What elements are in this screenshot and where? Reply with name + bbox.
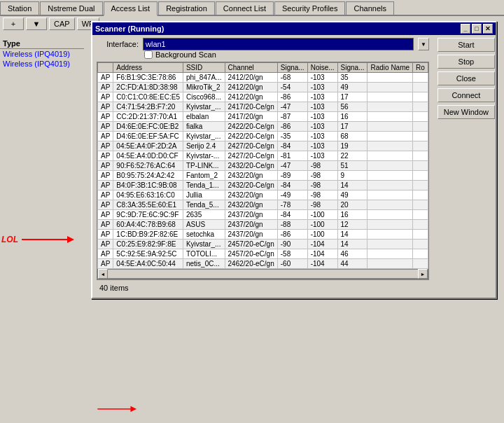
table-cell: -86 [277, 122, 307, 132]
table-cell [413, 73, 428, 83]
table-cell: -103 [307, 83, 337, 92]
scroll-right-button[interactable]: ► [418, 269, 428, 279]
table-cell: -60 [277, 259, 307, 269]
col-type[interactable] [98, 63, 113, 73]
col-signal[interactable]: Signa... [277, 63, 307, 73]
table-cell [368, 240, 413, 249]
close-button[interactable]: ✕ [483, 24, 493, 34]
table-cell: -47 [277, 161, 307, 171]
col-signal2[interactable]: Signa... [337, 63, 368, 73]
horizontal-scrollbar[interactable]: ◄ ► [97, 269, 428, 279]
tab-station[interactable]: Station [0, 1, 39, 15]
col-ssid[interactable]: SSID [183, 63, 225, 73]
table-row[interactable]: APC0:25:E9:82:9F:8EKyivstar_...2457/20-e… [98, 240, 428, 249]
stop-button[interactable]: Stop [438, 55, 495, 69]
table-cell: C8:3A:35:5E:60:E1 [113, 200, 183, 210]
table-row[interactable]: APD4:6E:0E:FC:0E:B2fialka2422/20-Ce/gn-8… [98, 122, 428, 132]
table-row[interactable]: APC8:3A:35:5E:60:E1Tenda_5...2432/20/gn-… [98, 200, 428, 210]
background-scan-row: Background Scan [97, 50, 429, 59]
dialog-right: Start Stop Close Connect New Window [433, 35, 496, 298]
table-cell [368, 171, 413, 181]
tab-security-profiles[interactable]: Security Profiles [274, 1, 345, 15]
col-address[interactable]: Address [113, 63, 183, 73]
table-row[interactable]: AP90:F6:52:76:AC:64TP-LINK...2432/20-Ce/… [98, 161, 428, 171]
table-row[interactable]: AP2C:FD:A1:8D:38:98MikroTik_22412/20/gn-… [98, 83, 428, 92]
tab-access-list[interactable]: Access List [104, 1, 158, 16]
table-row[interactable]: AP04:5E:A4:0F:2D:2ASerijo 2.42427/20-Ce/… [98, 141, 428, 151]
filter-button[interactable]: ▼ [26, 18, 47, 30]
table-cell: 2457/20-eC/gn [225, 249, 277, 259]
table-cell: -103 [307, 92, 337, 102]
table-cell: 17 [337, 92, 368, 102]
table-cell: 04:95:E6:63:16:C0 [113, 190, 183, 200]
table-row[interactable]: APB4:0F:3B:1C:9B:08Tenda_1...2432/20-Ce/… [98, 181, 428, 190]
table-cell: 5C:92:5E:9A:92:5C [113, 249, 183, 259]
table-cell [413, 161, 428, 171]
table-row[interactable]: APCC:2D:21:37:70:A1elbalan2417/20/gn-87-… [98, 112, 428, 122]
table-cell [413, 102, 428, 112]
table-cell: 2412/20/gn [225, 83, 277, 92]
maximize-button[interactable]: □ [472, 24, 482, 34]
tab-connect-list[interactable]: Connect List [216, 1, 274, 15]
table-row[interactable]: AP04:5E:A4:0D:D0:CFKyivstar-...2427/20-C… [98, 151, 428, 161]
table-cell: 35 [337, 73, 368, 83]
table-row[interactable]: AP04:95:E6:63:16:C0Jullia2432/20/gn-49-9… [98, 190, 428, 200]
connect-button[interactable]: Connect [438, 88, 495, 102]
col-noise[interactable]: Noise... [307, 63, 337, 73]
background-scan-checkbox[interactable] [144, 50, 153, 59]
col-channel[interactable]: Channel [225, 63, 277, 73]
tab-nstreme-dual[interactable]: Nstreme Dual [40, 1, 102, 15]
add-button[interactable]: + [3, 18, 24, 30]
tab-channels[interactable]: Channels [346, 1, 393, 15]
table-cell: phi_847A... [183, 73, 225, 83]
table-cell: 04:5E:A4:0D:D0:CF [113, 151, 183, 161]
new-window-button[interactable]: New Window [438, 105, 495, 119]
table-cell [368, 83, 413, 92]
minimize-button[interactable]: _ [461, 24, 470, 34]
col-radio-name[interactable]: Radio Name [368, 63, 413, 73]
table-row[interactable]: AP1C:BD:B9:2F:82:6Esetochka2437/20/gn-86… [98, 230, 428, 240]
table-row[interactable]: APF6:B1:9C:3E:78:86phi_847A...2412/20/gn… [98, 73, 428, 83]
table-cell [413, 220, 428, 230]
table-cell: 16 [337, 112, 368, 122]
type-row-1[interactable]: Wireless (IPQ4019) [0, 49, 84, 59]
interface-dropdown-button[interactable]: ▼ [418, 38, 429, 50]
table-cell: C0:C1:C0:8E:EC:E5 [113, 92, 183, 102]
table-cell: 20 [337, 200, 368, 210]
table-cell [368, 230, 413, 240]
scanner-dialog: Scanner (Running) _ □ ✕ Interface: ▼ [91, 21, 497, 299]
table-cell [413, 259, 428, 269]
table-row[interactable]: AP5C:92:5E:9A:92:5CTOTOLI...2457/20-eC/g… [98, 249, 428, 259]
cap-button[interactable]: CAP [49, 18, 75, 30]
table-cell: Cisco968... [183, 92, 225, 102]
scroll-left-button[interactable]: ◄ [98, 269, 108, 279]
table-cell: Kyivstar_... [183, 132, 225, 141]
close-dialog-button[interactable]: Close [438, 71, 495, 85]
table-cell: -89 [277, 171, 307, 181]
table-cell: 14 [337, 230, 368, 240]
table-row[interactable]: APC4:71:54:2B:F7:20Kyivstar_...2417/20-C… [98, 102, 428, 112]
tab-registration[interactable]: Registration [158, 1, 215, 15]
dialog-title: Scanner (Running) [95, 25, 164, 33]
table-cell: 19 [337, 141, 368, 151]
table-cell: 2427/20-Ce/gn [225, 151, 277, 161]
table-row[interactable]: AP9C:9D:7E:6C:9C:9F26352437/20/gn-84-100… [98, 210, 428, 220]
svg-marker-3 [130, 406, 136, 412]
table-row[interactable]: AP04:5E:A4:0C:50:44netis_0C...2462/20-eC… [98, 259, 428, 269]
table-row[interactable]: AP60:A4:4C:78:B9:68ASUS2437/20/gn-88-100… [98, 220, 428, 230]
type-row-2[interactable]: Wireless (IPQ4019) [0, 59, 84, 69]
table-cell: -35 [277, 132, 307, 141]
table-cell: -100 [307, 210, 337, 220]
table-cell: AP [98, 141, 113, 151]
table-cell: 2417/20/gn [225, 112, 277, 122]
start-button[interactable]: Start [438, 38, 495, 52]
table-cell: 2432/20-Ce/gn [225, 181, 277, 190]
interface-input[interactable] [143, 38, 414, 50]
table-row[interactable]: APD4:6E:0E:EF:5A:FCKyivstar_...2422/20-C… [98, 132, 428, 141]
table-row[interactable]: APB0:95:75:24:A2:42Fantom_22432/20/gn-89… [98, 171, 428, 181]
table-row[interactable]: APC0:C1:C0:8E:EC:E5Cisco968...2412/20/gn… [98, 92, 428, 102]
table-cell: 2417/20-Ce/gn [225, 102, 277, 112]
col-ro[interactable]: Ro [413, 63, 428, 73]
table-cell [368, 200, 413, 210]
table-cell: 68 [337, 132, 368, 141]
